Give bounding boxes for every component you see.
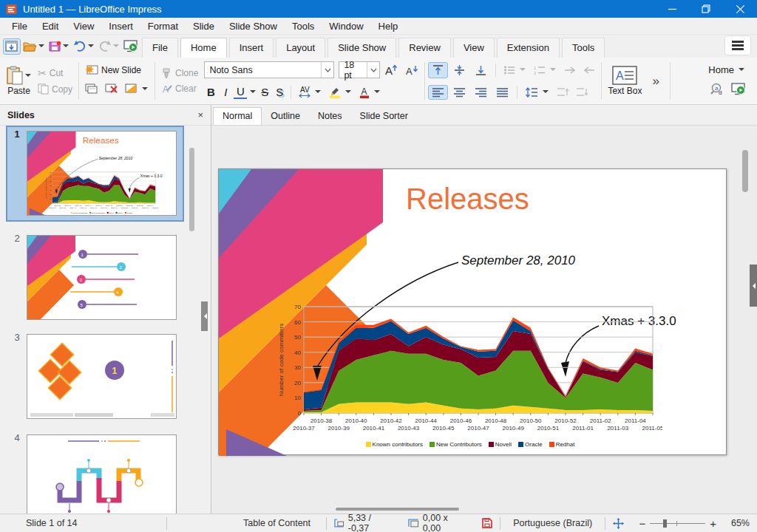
ribbon-tab-slide-show[interactable]: Slide Show [327,38,396,58]
object-size[interactable]: 0,00 x 0,00 [401,513,475,532]
slide-layout-button[interactable] [122,82,152,95]
menu-view[interactable]: View [66,19,101,33]
menu-window[interactable]: Window [322,19,370,33]
menu-edit[interactable]: Edit [35,19,66,33]
save-button[interactable] [47,39,71,54]
grow-font-button[interactable]: A [381,63,401,78]
ribbon-tab-home[interactable]: Home [180,38,227,58]
slide-thumbnail-3[interactable]: 3 1 [7,330,183,423]
panel-collapse-handle[interactable] [201,301,208,331]
promote-button[interactable] [580,64,598,76]
line-spacing-button[interactable] [522,86,552,99]
context-selector[interactable]: Home [705,63,748,77]
slides-panel-scrollbar[interactable] [189,148,194,231]
start-presentation-button[interactable] [728,81,748,97]
slide-title[interactable]: Releases [406,183,529,216]
chart[interactable]: 0102030405060702010-372010-382010-392010… [278,299,662,439]
slides-panel-close-button[interactable]: × [197,109,203,120]
view-tab-notes[interactable]: Notes [309,108,351,125]
zoom-slider-thumb[interactable] [663,519,667,528]
increase-para-spacing-button[interactable] [554,86,571,98]
ribbon-tab-tools[interactable]: Tools [562,38,605,58]
menu-slide-show[interactable]: Slide Show [222,19,285,33]
slide-layout-dropdown[interactable] [142,87,148,93]
underline-dropdown[interactable] [250,90,256,96]
layout-name[interactable]: Table of Content [236,518,326,528]
clear-formatting-button[interactable]: A Clear [158,82,201,96]
cursor-position[interactable]: 5,33 / -0,37 [327,513,401,532]
numbered-list-button[interactable]: 12 [531,64,560,77]
find-replace-button[interactable]: a d [707,81,727,97]
line-spacing-dropdown[interactable] [543,90,549,96]
fit-slide-button[interactable] [605,518,631,529]
menu-format[interactable]: Format [140,19,186,33]
zoom-out-button[interactable]: − [639,517,645,530]
duplicate-slide-button[interactable] [82,82,101,95]
unsaved-changes-indicator[interactable] [475,518,500,528]
highlight-dropdown[interactable] [345,90,351,96]
align-top-button[interactable] [428,62,448,78]
menu-insert[interactable]: Insert [101,19,140,33]
ribbon-tab-insert[interactable]: Insert [229,38,274,58]
menu-slide[interactable]: Slide [186,19,222,33]
menu-help[interactable]: Help [371,19,406,33]
new-slide-button[interactable]: New Slide [82,63,152,77]
view-tab-outline[interactable]: Outline [262,108,309,125]
language-selector[interactable]: Portuguese (Brazil) [500,518,605,528]
zoom-slider[interactable] [650,523,705,524]
slide-info[interactable]: Slide 1 of 14 [0,518,166,528]
ribbon-tab-file[interactable]: File [142,38,178,58]
redo-button[interactable] [97,39,121,54]
redo-dropdown[interactable] [113,44,119,50]
undo-dropdown[interactable] [88,44,94,50]
bullet-list-button[interactable] [500,64,529,77]
close-button[interactable] [723,0,757,18]
align-vcenter-button[interactable] [449,62,469,78]
shrink-font-button[interactable]: A [402,63,421,78]
shadow-button[interactable]: S [273,86,286,98]
save-dropdown[interactable] [63,44,69,50]
spacing-dropdown[interactable] [315,90,321,96]
decrease-para-spacing-button[interactable] [573,86,591,98]
slide-thumbnail-1[interactable]: 1 Releases September 28, 2010 Xmas + 3.3… [7,127,183,220]
ribbon-tab-extension[interactable]: Extension [497,38,560,58]
menu-tools[interactable]: Tools [285,19,322,33]
strikethrough-button[interactable]: S [258,86,271,98]
align-center-button[interactable] [449,85,469,100]
font-color-button[interactable]: A [356,85,384,100]
font-size-combobox[interactable]: 18 pt [339,61,380,78]
start-slideshow-button[interactable] [122,38,139,54]
open-dropdown[interactable] [38,44,44,50]
paste-button[interactable]: Paste [3,59,35,103]
menu-hamburger-button[interactable] [724,35,751,56]
underline-button[interactable]: U [234,85,247,99]
align-right-button[interactable] [471,85,491,100]
highlight-color-button[interactable] [326,85,355,100]
delete-slide-button[interactable] [102,82,120,95]
bullet-list-dropdown[interactable] [520,68,526,74]
font-name-combobox[interactable]: Noto Sans [204,61,334,78]
canvas-horizontal-scrollbar[interactable] [336,508,459,511]
align-bottom-button[interactable] [471,62,491,78]
canvas-vertical-scrollbar[interactable] [742,150,748,192]
italic-button[interactable]: I [219,86,232,98]
slide-canvas[interactable]: Releases September 28, 2010 Xmas + 3.3.0… [211,126,757,514]
menu-file[interactable]: File [4,19,35,33]
context-dropdown[interactable] [739,68,744,74]
slide-thumbnail-4[interactable]: 4 [7,431,183,514]
font-size-dropdown[interactable] [367,62,379,78]
ribbon-tab-layout[interactable]: Layout [276,38,325,58]
toolbar-overflow-button[interactable]: » [645,59,666,103]
restore-button[interactable] [689,0,723,18]
view-tab-normal[interactable]: Normal [213,107,262,125]
menubar-toggle-button[interactable] [3,38,21,55]
zoom-level[interactable]: 65% [724,518,757,528]
ribbon-tab-review[interactable]: Review [398,38,451,58]
clone-formatting-button[interactable]: Clone [158,66,201,81]
insert-text-box-button[interactable]: A Text Box [605,59,645,103]
character-spacing-button[interactable]: AV [296,85,325,100]
sidebar-show-handle[interactable] [750,265,757,307]
ribbon-tab-view[interactable]: View [453,38,495,58]
annotation-date[interactable]: September 28, 2010 [461,253,575,268]
align-justify-button[interactable] [492,85,512,100]
